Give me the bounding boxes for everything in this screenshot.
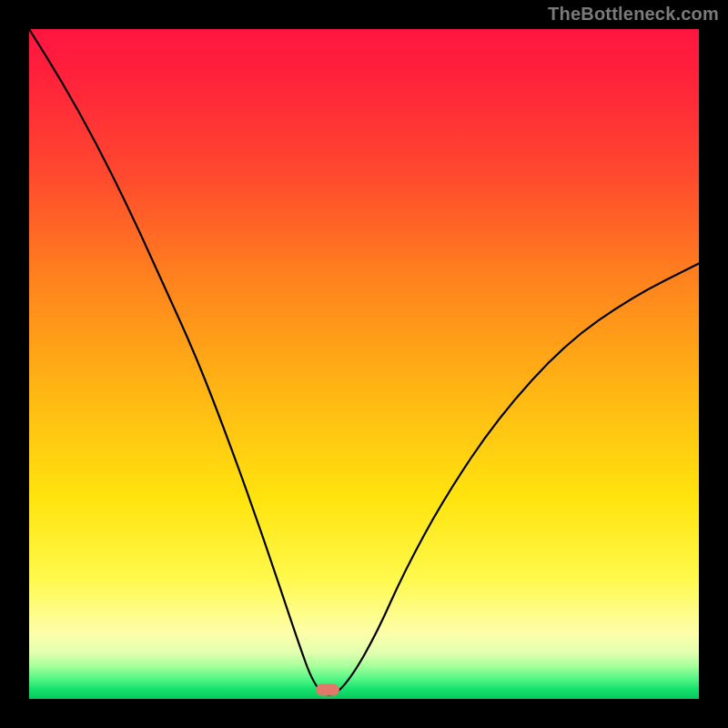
chart-frame: TheBottleneck.com: [0, 0, 728, 728]
watermark-text: TheBottleneck.com: [548, 4, 719, 25]
bottleneck-curve: [29, 29, 699, 699]
optimal-point-marker: [316, 683, 339, 695]
plot-area: [29, 29, 699, 699]
curve-path: [29, 29, 699, 695]
